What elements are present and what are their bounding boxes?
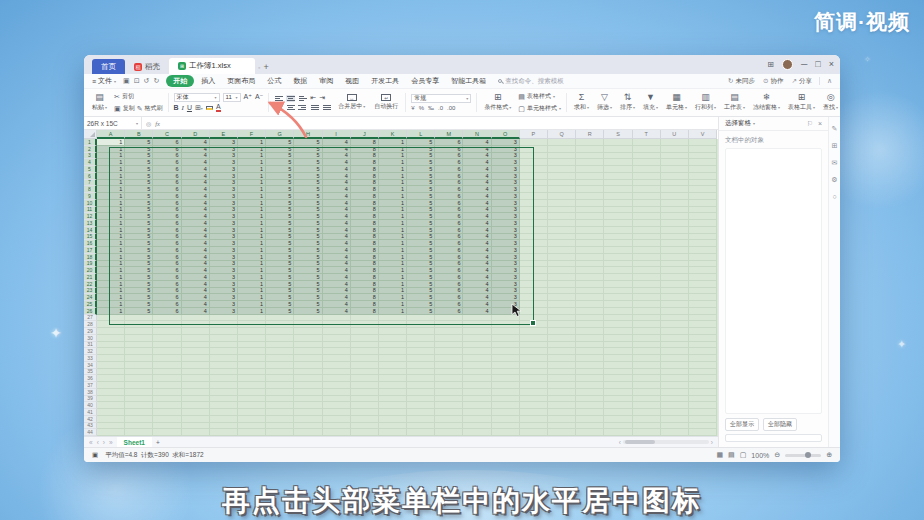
- share-button[interactable]: ↗分享: [791, 77, 811, 86]
- cell-B31[interactable]: [125, 342, 153, 349]
- cell-U25[interactable]: [661, 301, 689, 308]
- minimize-button[interactable]: ─: [801, 60, 807, 69]
- cell-B34[interactable]: [125, 362, 153, 369]
- cell-I28[interactable]: [323, 321, 351, 328]
- cell-G33[interactable]: [266, 355, 294, 362]
- cell-Q7[interactable]: [548, 180, 576, 187]
- cell-C27[interactable]: [153, 315, 181, 322]
- cell-V34[interactable]: [689, 362, 717, 369]
- cell-U33[interactable]: [661, 355, 689, 362]
- chevron-down-icon[interactable]: ▾: [753, 121, 755, 126]
- cell-J37[interactable]: [351, 382, 379, 389]
- cell-R26[interactable]: [576, 308, 604, 315]
- cell-V41[interactable]: [689, 409, 717, 416]
- cell-L31[interactable]: [407, 342, 435, 349]
- cell-E30[interactable]: [210, 335, 238, 342]
- cell-F43[interactable]: [238, 423, 266, 430]
- cell-N32[interactable]: [463, 348, 491, 355]
- col-header-H[interactable]: H: [294, 130, 322, 139]
- cell-Q29[interactable]: [548, 328, 576, 335]
- currency-icon[interactable]: ¥: [411, 105, 414, 111]
- cell-S38[interactable]: [604, 389, 632, 396]
- cell-P27[interactable]: [520, 315, 548, 322]
- cell-R22[interactable]: [576, 281, 604, 288]
- cell-D42[interactable]: [182, 416, 210, 423]
- tab-document[interactable]: ⊞ 工作簿1.xlsx: [169, 58, 255, 74]
- cell-N43[interactable]: [463, 423, 491, 430]
- scroll-track[interactable]: [623, 440, 709, 444]
- cell-I42[interactable]: [323, 416, 351, 423]
- cell-F41[interactable]: [238, 409, 266, 416]
- cell-S43[interactable]: [604, 423, 632, 430]
- col-header-G[interactable]: G: [266, 130, 294, 139]
- cell-M39[interactable]: [435, 396, 463, 403]
- col-header-E[interactable]: E: [210, 130, 238, 139]
- cell-L43[interactable]: [407, 423, 435, 430]
- cell-J28[interactable]: [351, 321, 379, 328]
- cell-F30[interactable]: [238, 335, 266, 342]
- justify-icon[interactable]: [310, 104, 319, 111]
- cell-R13[interactable]: [576, 220, 604, 227]
- cell-R11[interactable]: [576, 207, 604, 214]
- cell-O30[interactable]: [492, 335, 520, 342]
- cell-P15[interactable]: [520, 234, 548, 241]
- cell-D27[interactable]: [182, 315, 210, 322]
- cell-V8[interactable]: [689, 186, 717, 193]
- select-all-corner[interactable]: [84, 130, 97, 139]
- cell-J27[interactable]: [351, 315, 379, 322]
- cell-V24[interactable]: [689, 294, 717, 301]
- cell-R32[interactable]: [576, 348, 604, 355]
- cell-U30[interactable]: [661, 335, 689, 342]
- col-header-R[interactable]: R: [576, 130, 604, 139]
- cell-R2[interactable]: [576, 146, 604, 153]
- cell-P37[interactable]: [520, 382, 548, 389]
- menu-item-公式[interactable]: 公式: [262, 75, 286, 87]
- cell-Q5[interactable]: [548, 166, 576, 173]
- cell-S21[interactable]: [604, 274, 632, 281]
- cell-T31[interactable]: [633, 342, 661, 349]
- cell-N38[interactable]: [463, 389, 491, 396]
- cell-T9[interactable]: [633, 193, 661, 200]
- cell-D36[interactable]: [182, 375, 210, 382]
- cell-S15[interactable]: [604, 234, 632, 241]
- cell-B39[interactable]: [125, 396, 153, 403]
- menu-item-开始[interactable]: 开始: [166, 75, 194, 87]
- cell-T36[interactable]: [633, 375, 661, 382]
- cell-M31[interactable]: [435, 342, 463, 349]
- cell-A33[interactable]: [97, 355, 125, 362]
- col-header-F[interactable]: F: [238, 130, 266, 139]
- cell-U10[interactable]: [661, 200, 689, 207]
- cell-V1[interactable]: [689, 139, 717, 146]
- cell-D37[interactable]: [182, 382, 210, 389]
- menu-item-插入[interactable]: 插入: [196, 75, 220, 87]
- cell-V7[interactable]: [689, 180, 717, 187]
- cell-U28[interactable]: [661, 321, 689, 328]
- objects-list[interactable]: [725, 148, 822, 414]
- cell-C28[interactable]: [153, 321, 181, 328]
- ribbon-fill-button[interactable]: ▼填充▾: [641, 91, 660, 114]
- cell-V28[interactable]: [689, 321, 717, 328]
- cell-I29[interactable]: [323, 328, 351, 335]
- name-box[interactable]: 26R x 15C▾: [84, 117, 142, 129]
- cell-O31[interactable]: [492, 342, 520, 349]
- cell-P44[interactable]: [520, 429, 548, 436]
- cell-L42[interactable]: [407, 416, 435, 423]
- file-menu[interactable]: ≡ 文件 ▾: [92, 76, 116, 86]
- cell-G40[interactable]: [266, 402, 294, 409]
- cell-V39[interactable]: [689, 396, 717, 403]
- cell-R3[interactable]: [576, 153, 604, 160]
- maximize-button[interactable]: □: [815, 60, 820, 69]
- font-name-select[interactable]: 宋体▾: [174, 93, 220, 102]
- cut-button[interactable]: ✂剪切: [114, 92, 163, 101]
- cell-V18[interactable]: [689, 254, 717, 261]
- cell-D28[interactable]: [182, 321, 210, 328]
- cell-D30[interactable]: [182, 335, 210, 342]
- cell-S39[interactable]: [604, 396, 632, 403]
- cell-J38[interactable]: [351, 389, 379, 396]
- cell-F32[interactable]: [238, 348, 266, 355]
- cell-P19[interactable]: [520, 261, 548, 268]
- cell-O35[interactable]: [492, 369, 520, 376]
- cell-D31[interactable]: [182, 342, 210, 349]
- cell-V35[interactable]: [689, 369, 717, 376]
- cell-D39[interactable]: [182, 396, 210, 403]
